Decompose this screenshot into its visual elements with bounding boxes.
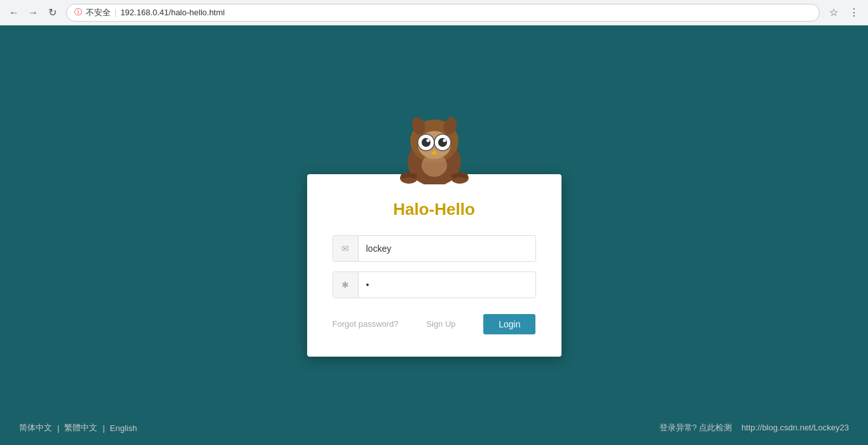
url-text: 192.168.0.41/halo-hello.html	[120, 8, 224, 17]
browser-actions: ☆ ⋮	[826, 5, 862, 20]
svg-point-10	[438, 138, 447, 147]
back-button[interactable]: ←	[6, 5, 22, 20]
bottom-bar: 简体中文 | 繁體中文 | English 登录异常? 点此检测 http://…	[0, 422, 868, 434]
username-input[interactable]	[359, 236, 535, 261]
bottom-right-text: 登录异常? 点此检测 http://blog.csdn.net/Lockey23	[659, 422, 849, 434]
blog-link[interactable]: http://blog.csdn.net/Lockey23	[741, 423, 849, 432]
password-input-group: ✱	[333, 271, 536, 298]
browser-nav: ← → ↻	[6, 5, 60, 20]
svg-point-12	[443, 139, 446, 142]
forgot-password-button[interactable]: Forgot password?	[333, 319, 399, 329]
svg-point-22	[422, 154, 447, 177]
lang-separator-2: |	[102, 423, 104, 433]
svg-point-11	[426, 139, 429, 142]
bookmark-button[interactable]: ☆	[826, 5, 841, 20]
app-title: Halo-Hello	[333, 200, 536, 219]
password-icon: ✱	[333, 272, 359, 298]
main-content: Halo-Hello ✉ ✱ Forgot password? Sign Up …	[0, 25, 868, 445]
svg-point-18	[411, 174, 417, 179]
language-links: 简体中文 | 繁體中文 | English	[19, 422, 137, 434]
browser-chrome: ← → ↻ ⓘ 不安全 | 192.168.0.41/halo-hello.ht…	[0, 0, 868, 25]
reload-button[interactable]: ↻	[45, 5, 60, 20]
login-issue-text: 登录异常? 点此检测	[659, 423, 733, 432]
address-bar[interactable]: ⓘ 不安全 | 192.168.0.41/halo-hello.html	[66, 4, 820, 22]
username-input-group: ✉	[333, 235, 536, 262]
card-footer: Forgot password? Sign Up Login	[333, 314, 536, 334]
login-button[interactable]: Login	[483, 314, 535, 334]
security-icon: ⓘ	[74, 7, 82, 18]
url-separator: |	[114, 8, 116, 17]
menu-button[interactable]: ⋮	[846, 5, 862, 20]
lang-english[interactable]: English	[110, 423, 137, 433]
password-input[interactable]	[359, 272, 535, 298]
svg-point-21	[462, 174, 468, 179]
owl-mascot	[393, 114, 476, 187]
forward-button[interactable]: →	[25, 5, 41, 20]
unsecure-label: 不安全	[86, 7, 111, 18]
svg-point-9	[422, 138, 431, 147]
lang-traditional-chinese[interactable]: 繁體中文	[64, 422, 97, 434]
login-card: Halo-Hello ✉ ✱ Forgot password? Sign Up …	[307, 174, 561, 357]
lang-separator-1: |	[57, 423, 59, 433]
email-icon: ✉	[333, 236, 359, 261]
owl-svg	[393, 114, 476, 184]
sign-up-button[interactable]: Sign Up	[426, 319, 455, 329]
lang-simplified-chinese[interactable]: 简体中文	[19, 422, 52, 434]
